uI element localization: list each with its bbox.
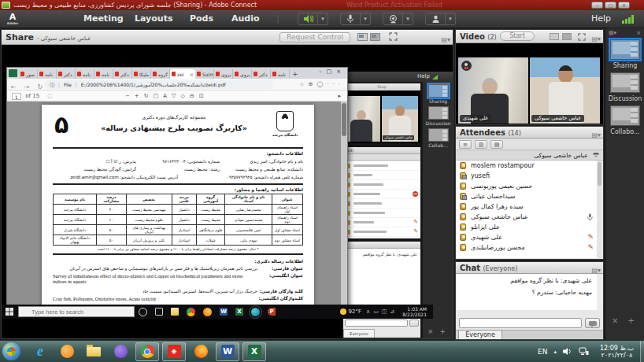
browser-tab[interactable]: Salm (195, 69, 214, 79)
inner-search-input[interactable] (18, 306, 135, 317)
webcam-dropdown[interactable]: ▾ (403, 13, 413, 25)
menu-layouts[interactable]: Layouts (130, 10, 177, 28)
pdf-search-icon[interactable]: ◌ (47, 93, 52, 99)
media-player-icon[interactable] (55, 342, 79, 361)
browser-tab[interactable]: دکتر (113, 69, 132, 79)
attendee-row[interactable]: yusefi (456, 171, 597, 181)
pdf-pin-icon[interactable]: ▸ (338, 90, 341, 102)
attendee-breakout-view-icon[interactable]: ▥ (475, 140, 487, 149)
network-icon[interactable] (579, 347, 589, 356)
request-control-button[interactable]: Request Control (279, 32, 350, 42)
clock[interactable]: 12:09 ب.ظ ۲۰۲۱/۲۲/۰۸ (600, 345, 634, 359)
chrome-icon[interactable] (135, 342, 159, 361)
start-orb[interactable] (2, 342, 20, 360)
minimize-button[interactable]: – (591, 2, 603, 9)
firefox-icon[interactable] (189, 342, 213, 361)
browser-tab[interactable]: نامه (271, 69, 290, 79)
internet-explorer-icon[interactable]: e (28, 342, 52, 361)
layout-tools-icons[interactable]: ×+ (612, 316, 644, 325)
cortana-icon[interactable] (139, 308, 147, 316)
browser-tab[interactable]: نامه (38, 69, 57, 79)
video-fullscreen-icon[interactable] (578, 33, 586, 41)
task-view-icon[interactable] (155, 308, 163, 316)
file-explorer-icon[interactable] (171, 308, 179, 316)
attendee-row[interactable]: حسین نعیمی پوریونسی (456, 181, 597, 191)
info-icon[interactable]: ⓘ (50, 82, 54, 87)
connection-signal-icon[interactable] (622, 15, 635, 24)
inner-layout-collab-thumb[interactable] (428, 128, 449, 142)
browser-tab[interactable]: دکتر (57, 69, 76, 79)
chat-scrollbar[interactable] (597, 274, 602, 310)
microphone-button[interactable] (340, 13, 361, 25)
address-bar-icons[interactable]: ☆⊕◯··· (299, 79, 344, 90)
kmplayer-icon[interactable] (109, 342, 132, 361)
attendee-row[interactable]: محسن پوررضابیلندی✎ (456, 242, 597, 253)
page-number-input[interactable]: 1 (12, 93, 21, 100)
browser-tab[interactable]: صور (19, 69, 38, 79)
volume-icon[interactable] (563, 347, 572, 356)
menu-pods[interactable]: Pods (185, 10, 218, 28)
attendee-row[interactable]: سیده زهرا کمال پور (456, 201, 597, 212)
chrome-icon[interactable] (187, 308, 195, 316)
browser-tab[interactable]: بروی (233, 69, 252, 79)
back-icon[interactable]: ← (11, 83, 17, 90)
new-tab-button[interactable]: + (292, 70, 298, 78)
speaker-button[interactable] (298, 13, 318, 25)
excel-icon[interactable]: X (242, 342, 266, 361)
webcam-button[interactable] (383, 13, 403, 25)
inner-start-icon[interactable] (6, 308, 13, 316)
layout-sharing-thumb[interactable] (610, 39, 640, 60)
powerpoint-icon[interactable]: P (268, 308, 276, 316)
attendee-row[interactable]: عباس خاشعی سیوکی (456, 212, 597, 222)
refresh-icon[interactable]: ↻ (38, 83, 43, 90)
speaker-dropdown[interactable]: ▾ (318, 13, 328, 25)
firefox-icon[interactable] (203, 308, 212, 316)
attendee-row[interactable]: moslem rostampour (456, 161, 597, 171)
word-icon[interactable]: W (220, 308, 228, 316)
attendee-row[interactable]: علی ایزانلو (456, 222, 597, 232)
browser-window-controls[interactable]: –□× (319, 68, 346, 75)
status-button[interactable] (425, 13, 446, 25)
chat-send-icon[interactable] (585, 318, 600, 328)
filmstrip-view-icon[interactable] (562, 33, 572, 40)
browser-tab[interactable]: نامه (76, 69, 94, 79)
help-menu[interactable]: Help (591, 10, 611, 28)
start-webcam-button[interactable]: Start (500, 31, 535, 41)
chat-tab-everyone[interactable]: Everyone (458, 330, 502, 339)
browser-tab-active[interactable]: zei× (170, 69, 195, 79)
excel-tab-icon[interactable] (9, 69, 17, 77)
attendee-row[interactable]: سیداحسان غیاثی (456, 191, 597, 201)
inner-pod-tools-icons[interactable]: ×+ (427, 327, 452, 335)
attendees-scrollbar-thumb[interactable] (598, 162, 601, 186)
browser-tab[interactable]: گروه (151, 69, 170, 79)
menu-meeting[interactable]: Meeting (79, 10, 128, 28)
inner-clock[interactable]: 1:03 AM 8/22/2021 (402, 306, 427, 317)
browser-tab[interactable]: دکتر (252, 69, 271, 79)
edge-icon[interactable] (251, 308, 260, 316)
inner-layout-sharing-thumb[interactable] (428, 84, 449, 98)
weather-temp[interactable]: 92°F (349, 308, 361, 315)
word-icon[interactable]: W (216, 342, 239, 361)
chat-input[interactable] (459, 318, 582, 328)
pdf-scrollbar[interactable] (341, 102, 347, 307)
fullscreen-icon[interactable] (389, 32, 398, 41)
browser-tab[interactable]: بروی (214, 69, 233, 79)
inner-send-icon[interactable] (409, 320, 419, 327)
attendee-row[interactable]: علی شهیدی✎ (456, 232, 597, 242)
inner-chat-input[interactable] (345, 320, 408, 327)
layout-panel-menu-icon[interactable]: ▤▾ (609, 30, 616, 36)
tab-close-icon[interactable]: × (190, 72, 194, 77)
grid-view-icon[interactable] (550, 33, 559, 40)
file-explorer-icon[interactable] (82, 342, 105, 361)
microphone-dropdown[interactable]: ▾ (361, 13, 371, 25)
attendee-status-view-icon[interactable]: ▤ (490, 140, 503, 149)
browser-tab[interactable]: نامه (94, 69, 113, 79)
url-field[interactable]: ⓘ | File | E:/2000%206%1400/1/دانشکده%20… (45, 80, 273, 89)
inner-everyone-tab[interactable]: Everyone (343, 329, 375, 338)
excel-icon[interactable]: X (235, 308, 243, 316)
pdf-scrollbar-thumb[interactable] (342, 103, 346, 136)
close-button[interactable]: × (618, 2, 630, 9)
inner-layout-discussion-thumb[interactable] (428, 106, 449, 120)
browser-tab[interactable]: ملیکا (132, 69, 151, 79)
layout-panel-close-icon[interactable]: × (636, 30, 641, 36)
